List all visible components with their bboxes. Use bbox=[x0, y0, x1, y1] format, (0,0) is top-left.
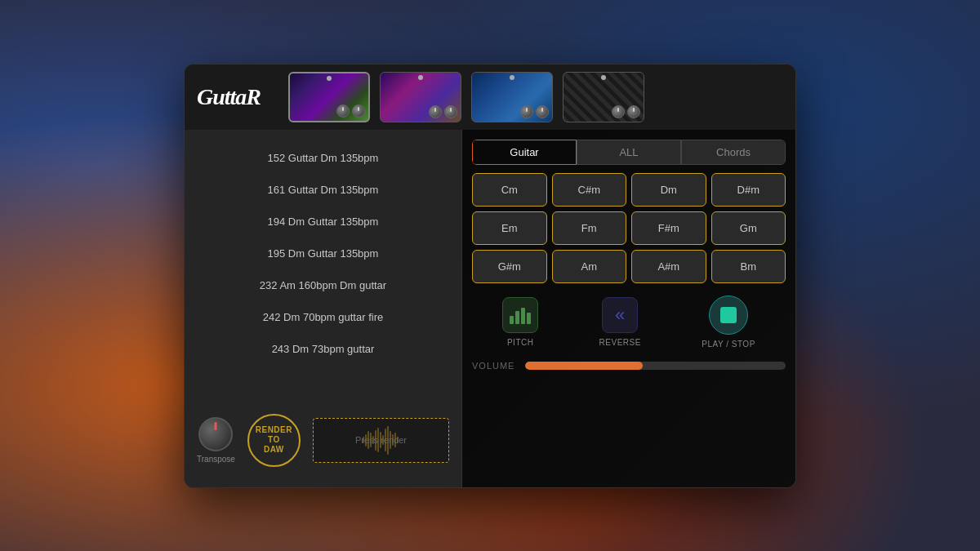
tab-chords[interactable]: Chords bbox=[681, 140, 786, 165]
volume-row: VOLUME bbox=[472, 361, 786, 371]
playlist-item-2[interactable]: 161 Guttar Dm 135bpm bbox=[193, 174, 453, 206]
preset-indicator-1 bbox=[327, 76, 332, 81]
play-stop-button[interactable]: PLAY / STOP bbox=[702, 295, 755, 349]
transpose-label: Transpose bbox=[197, 455, 235, 464]
reverse-label: REVERSE bbox=[599, 338, 641, 347]
pitch-button[interactable]: PITCH bbox=[502, 297, 538, 347]
knob-2a bbox=[429, 105, 442, 118]
app-logo: GuttaR bbox=[197, 84, 278, 110]
playlist-item-4[interactable]: 195 Dm Guttar 135bpm bbox=[193, 238, 453, 269]
knob-3b bbox=[536, 105, 549, 118]
pitch-label: PITCH bbox=[507, 338, 534, 347]
bottom-controls: Transpose RENDER TO DAW bbox=[193, 406, 453, 475]
tab-guitar[interactable]: Guitar bbox=[472, 140, 577, 165]
knob-3a bbox=[520, 105, 533, 118]
pitch-bar-3 bbox=[521, 308, 525, 324]
filter-tabs: Guitar ALL Chords bbox=[472, 140, 786, 165]
pitch-bar-1 bbox=[510, 316, 514, 324]
chord-Cm[interactable]: Cm bbox=[472, 173, 547, 207]
playlist-item-1[interactable]: 152 Guttar Dm 135bpm bbox=[193, 142, 453, 174]
knob-1b bbox=[352, 104, 365, 118]
pitch-icon bbox=[502, 297, 538, 333]
preset-slot-4[interactable] bbox=[563, 72, 644, 122]
transpose-control: Transpose bbox=[197, 417, 235, 464]
play-stop-icon bbox=[709, 295, 748, 335]
chord-Gm[interactable]: Gm bbox=[711, 211, 786, 245]
left-panel: 152 Guttar Dm 135bpm 161 Guttar Dm 135bp… bbox=[185, 130, 462, 487]
preset-knobs-2 bbox=[429, 105, 457, 118]
app-window: GuttaR bbox=[184, 64, 796, 488]
chord-grid: Cm C#m Dm D#m Em Fm F#m Gm G#m Am A#m Bm bbox=[472, 173, 786, 283]
press-render-label: Press render bbox=[355, 435, 407, 445]
volume-track[interactable] bbox=[525, 362, 786, 370]
chord-Am[interactable]: Am bbox=[552, 250, 627, 283]
playlist-item-7[interactable]: 243 Dm 73bpm guttar bbox=[193, 333, 453, 365]
volume-fill bbox=[525, 362, 643, 370]
reverse-arrows-icon: « bbox=[615, 306, 625, 324]
transpose-knob[interactable] bbox=[198, 417, 233, 451]
playlist-area: 152 Guttar Dm 135bpm 161 Guttar Dm 135bp… bbox=[193, 142, 453, 406]
playlist-item-3[interactable]: 194 Dm Guttar 135bpm bbox=[193, 206, 453, 238]
chord-D#m[interactable]: D#m bbox=[711, 173, 786, 207]
preset-indicator-4 bbox=[601, 75, 606, 80]
pitch-bar-4 bbox=[527, 313, 531, 324]
transport-controls: PITCH « REVERSE PLAY / STOP bbox=[472, 291, 786, 353]
chord-A#m[interactable]: A#m bbox=[631, 250, 706, 283]
preset-indicator-3 bbox=[510, 75, 514, 80]
chord-F#m[interactable]: F#m bbox=[631, 211, 706, 245]
knob-2b bbox=[444, 105, 457, 118]
stop-square-icon bbox=[720, 307, 737, 323]
knob-1a bbox=[336, 104, 350, 118]
pitch-bars-icon bbox=[510, 306, 531, 324]
reverse-icon: « bbox=[602, 297, 638, 333]
chord-Em[interactable]: Em bbox=[472, 211, 547, 245]
play-stop-label: PLAY / STOP bbox=[702, 340, 755, 349]
playlist-item-5[interactable]: 232 Am 160bpm Dm guttar bbox=[193, 269, 453, 301]
preset-slot-3[interactable] bbox=[471, 72, 553, 122]
preset-slot-1[interactable] bbox=[288, 72, 370, 122]
chord-Bm[interactable]: Bm bbox=[711, 250, 786, 283]
main-content: 152 Guttar Dm 135bpm 161 Guttar Dm 135bp… bbox=[185, 130, 795, 487]
chord-G#m[interactable]: G#m bbox=[472, 250, 547, 283]
reverse-button[interactable]: « REVERSE bbox=[599, 297, 641, 347]
chord-Fm[interactable]: Fm bbox=[552, 211, 627, 245]
volume-label: VOLUME bbox=[472, 361, 517, 371]
chord-Dm[interactable]: Dm bbox=[631, 173, 706, 207]
knob-4a bbox=[612, 105, 625, 118]
preset-knobs-3 bbox=[520, 105, 549, 118]
waveform-display[interactable]: Press render bbox=[313, 418, 449, 463]
preset-slot-2[interactable] bbox=[380, 72, 461, 122]
knob-4b bbox=[627, 105, 640, 118]
header: GuttaR bbox=[185, 64, 795, 130]
preset-knobs-4 bbox=[612, 105, 640, 118]
tab-all[interactable]: ALL bbox=[577, 140, 681, 165]
preset-indicator-2 bbox=[418, 75, 423, 80]
right-panel: Guitar ALL Chords Cm C#m Dm D#m Em Fm F#… bbox=[462, 130, 795, 487]
pitch-bar-2 bbox=[515, 311, 519, 324]
playlist-item-6[interactable]: 242 Dm 70bpm guttar fire bbox=[193, 301, 453, 333]
preset-knobs-1 bbox=[336, 104, 365, 118]
chord-C#m[interactable]: C#m bbox=[552, 173, 627, 207]
render-to-daw-button[interactable]: RENDER TO DAW bbox=[247, 414, 301, 467]
